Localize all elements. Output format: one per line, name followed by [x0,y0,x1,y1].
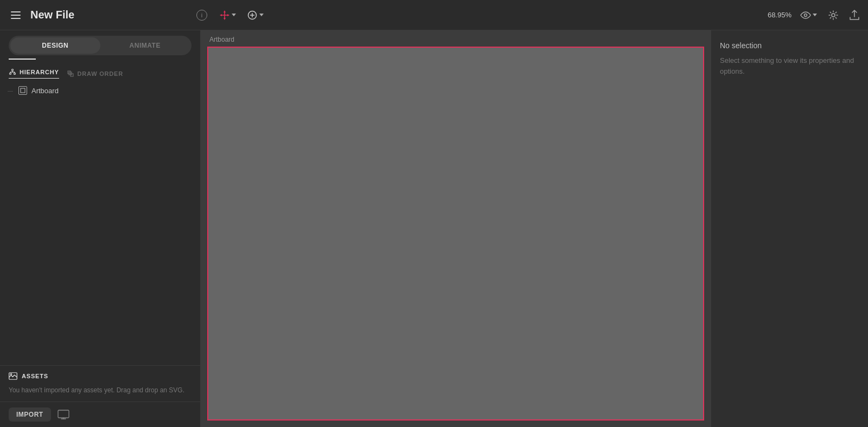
settings-button[interactable] [826,8,841,23]
svg-point-11 [12,69,14,71]
svg-point-17 [14,73,16,75]
top-bar-center [207,8,768,23]
assets-section: ASSETS You haven't imported any assets y… [0,365,200,402]
share-button[interactable] [847,8,861,23]
draw-order-icon [67,70,74,77]
svg-point-16 [10,73,11,75]
screen-icon-button[interactable] [55,407,72,422]
main-content: DESIGN ANIMATE HIERARCHY [0,30,868,427]
svg-rect-24 [58,410,69,418]
eye-icon [800,11,811,19]
tab-animate[interactable]: ANIMATE [100,37,190,54]
move-tool-button[interactable] [216,8,239,23]
svg-marker-2 [224,10,226,12]
layer-spacer [0,98,200,365]
mode-tabs: DESIGN ANIMATE [9,36,192,55]
artboard-canvas[interactable] [207,47,704,420]
layer-row-artboard[interactable]: — Artboard [0,83,200,98]
canvas-area[interactable]: Artboard [201,30,711,427]
draw-order-label-text: DRAW ORDER [78,70,123,77]
layer-toggle: — [7,87,14,94]
zoom-level: 68.95% [768,11,792,19]
draw-order-tab[interactable]: DRAW ORDER [67,70,123,77]
svg-point-9 [805,14,807,16]
assets-label-text: ASSETS [22,373,48,379]
right-panel: No selection Select something to view it… [711,30,868,427]
add-tool-chevron [259,14,264,16]
svg-point-10 [832,14,835,17]
add-tool-icon [247,10,258,21]
hierarchy-label-text: HIERARCHY [20,69,59,75]
assets-icon [9,372,17,380]
hierarchy-icon [9,68,16,76]
info-icon[interactable]: i [196,10,207,21]
left-panel: DESIGN ANIMATE HIERARCHY [0,30,201,427]
add-tool-button[interactable] [244,8,267,23]
top-bar-left: New File i [7,7,207,23]
hamburger-icon [9,9,23,21]
move-tool-chevron [232,14,236,16]
hamburger-button[interactable] [7,7,25,23]
hierarchy-row: HIERARCHY DRAW ORDER [0,62,200,83]
assets-empty-text: You haven't imported any assets yet. Dra… [9,385,192,395]
svg-rect-21 [21,88,25,93]
no-selection-description: Select something to view its properties … [720,55,859,76]
design-tab-underline [9,59,36,60]
top-bar-right: 68.95% [768,8,861,23]
canvas-artboard-label: Artboard [209,36,234,43]
svg-marker-5 [227,14,229,16]
svg-marker-4 [220,14,222,16]
artboard-layer-name: Artboard [31,87,59,95]
tab-design[interactable]: DESIGN [10,37,100,54]
gear-icon [828,10,839,21]
import-row: IMPORT [0,402,200,427]
import-button[interactable]: IMPORT [9,407,51,422]
svg-point-23 [10,373,12,375]
assets-header: ASSETS [9,372,192,380]
info-icon-label: i [201,12,202,18]
file-title: New File [30,9,74,21]
svg-marker-3 [224,18,226,20]
no-selection-title: No selection [720,41,859,50]
screen-icon [58,410,69,419]
eye-button[interactable] [798,9,819,21]
move-tool-icon [219,10,230,21]
eye-chevron [813,14,817,16]
artboard-layer-icon [18,86,27,95]
share-icon [850,10,859,21]
hierarchy-tab[interactable]: HIERARCHY [9,68,59,79]
top-bar: New File i [0,0,868,30]
